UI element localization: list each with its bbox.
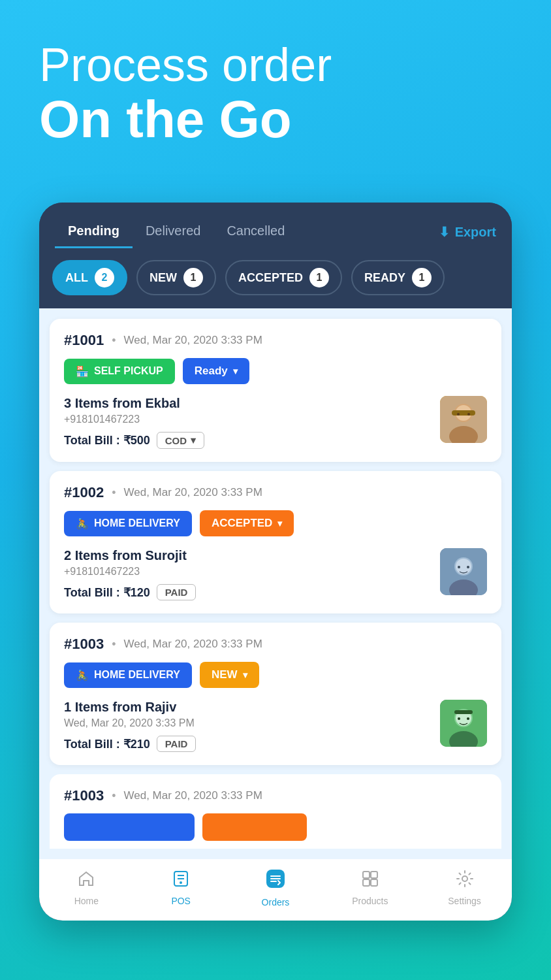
svg-rect-27	[363, 879, 370, 886]
payment-badge-1001: COD ▾	[157, 432, 204, 449]
filter-new[interactable]: NEW 1	[136, 260, 216, 295]
svg-rect-26	[371, 872, 377, 878]
self-pickup-icon: 🏪	[76, 365, 89, 378]
nav-orders[interactable]: Orders	[249, 868, 302, 907]
home-icon	[77, 870, 95, 892]
orders-list: #1001 • Wed, Mar 20, 2020 3:33 PM 🏪 SELF…	[39, 308, 512, 859]
order-card-1001: #1001 • Wed, Mar 20, 2020 3:33 PM 🏪 SELF…	[50, 319, 501, 462]
phone-mockup: Pending Delivered Cancelled ⬇ Export ALL…	[39, 203, 512, 921]
filter-all-label: ALL	[65, 271, 88, 285]
filter-ready-count: 1	[412, 268, 432, 287]
svg-rect-19	[454, 710, 473, 714]
order-id-1003: #1003	[64, 636, 104, 653]
settings-icon	[456, 870, 474, 892]
nav-orders-label: Orders	[262, 897, 290, 907]
order-body-1003: 1 Items from Rajiv Wed, Mar 20, 2020 3:3…	[64, 700, 487, 752]
nav-home[interactable]: Home	[60, 870, 112, 906]
status-badge-1003[interactable]: NEW ▾	[200, 662, 259, 688]
filter-row: ALL 2 NEW 1 ACCEPTED 1 READY 1	[39, 248, 512, 308]
svg-point-5	[457, 413, 460, 416]
svg-rect-25	[363, 872, 370, 878]
status-badge-1001[interactable]: Ready ▾	[183, 358, 249, 384]
chevron-down-icon: ▾	[277, 518, 282, 529]
chevron-down-icon: ▾	[191, 434, 196, 446]
svg-point-12	[467, 566, 469, 568]
status-badge-1002[interactable]: ACCEPTED ▾	[200, 510, 294, 536]
filter-accepted-count: 1	[309, 268, 329, 287]
order-header-1001: #1001 • Wed, Mar 20, 2020 3:33 PM	[64, 332, 487, 349]
order-info-1002: 2 Items from Surojit +918101467223 Total…	[64, 548, 440, 600]
order-bill-1003: Total Bill : ₹210 PAID	[64, 736, 440, 752]
nav-products[interactable]: Products	[344, 870, 396, 906]
partial-delivery-badge	[64, 813, 195, 841]
tab-cancelled[interactable]: Cancelled	[213, 216, 298, 248]
order-customer-1002: 2 Items from Surojit	[64, 548, 440, 563]
order-time-1002: Wed, Mar 20, 2020 3:33 PM	[124, 486, 262, 499]
filter-accepted[interactable]: ACCEPTED 1	[225, 260, 342, 295]
filter-all[interactable]: ALL 2	[52, 260, 127, 295]
svg-point-6	[467, 413, 470, 416]
partial-status-badge	[202, 813, 307, 841]
avatar-1001	[440, 396, 487, 443]
home-delivery-icon-2: 🚴	[76, 669, 89, 681]
hero-line2: On the Go	[39, 91, 332, 148]
svg-rect-4	[452, 410, 475, 416]
delivery-type-label-1001: SELF PICKUP	[94, 365, 163, 377]
order-time-1003b: Wed, Mar 20, 2020 3:33 PM	[124, 789, 262, 802]
order-phone-1001: +918101467223	[64, 414, 440, 425]
pos-icon	[172, 870, 190, 892]
export-label: Export	[455, 225, 496, 240]
order-badges-1003: 🚴 HOME DELIVERY NEW ▾	[64, 662, 487, 688]
order-header-1003b: #1003 • Wed, Mar 20, 2020 3:33 PM	[64, 787, 487, 804]
order-header-1003: #1003 • Wed, Mar 20, 2020 3:33 PM	[64, 636, 487, 653]
tabs-row: Pending Delivered Cancelled ⬇ Export	[39, 203, 512, 248]
tab-delivered[interactable]: Delivered	[133, 216, 213, 248]
filter-all-count: 2	[95, 268, 114, 287]
order-phone-1002: +918101467223	[64, 566, 440, 578]
nav-pos[interactable]: POS	[155, 870, 207, 906]
order-bill-1001: Total Bill : ₹500 COD ▾	[64, 432, 440, 449]
svg-point-18	[467, 717, 469, 720]
delivery-type-1001: 🏪 SELF PICKUP	[64, 359, 175, 384]
chevron-down-icon: ▾	[233, 366, 238, 376]
bottom-nav: Home POS Orders	[39, 859, 512, 921]
filter-new-count: 1	[183, 268, 203, 287]
svg-rect-28	[371, 879, 377, 886]
delivery-type-1003: 🚴 HOME DELIVERY	[64, 662, 192, 688]
status-label-1002: ACCEPTED	[212, 517, 273, 530]
order-customer-1001: 3 Items from Ekbal	[64, 396, 440, 411]
filter-accepted-label: ACCEPTED	[238, 271, 303, 285]
order-info-1003: 1 Items from Rajiv Wed, Mar 20, 2020 3:3…	[64, 700, 440, 752]
order-id-1003b: #1003	[64, 787, 104, 804]
export-button[interactable]: ⬇ Export	[439, 219, 496, 245]
status-label-1003: NEW	[212, 668, 238, 681]
nav-settings-label: Settings	[448, 896, 481, 906]
order-id-1001: #1001	[64, 332, 104, 349]
svg-point-11	[458, 566, 460, 568]
chevron-down-icon: ▾	[243, 670, 247, 680]
filter-ready[interactable]: READY 1	[351, 260, 445, 295]
payment-badge-1003: PAID	[157, 736, 197, 752]
export-icon: ⬇	[439, 224, 450, 240]
avatar-1002	[440, 548, 487, 595]
order-card-1002: #1002 • Wed, Mar 20, 2020 3:33 PM 🚴 HOME…	[50, 471, 501, 613]
hero-line1: Process order	[39, 39, 332, 91]
svg-point-17	[458, 717, 460, 720]
order-customer-1003: 1 Items from Rajiv	[64, 700, 440, 715]
order-body-1001: 3 Items from Ekbal +918101467223 Total B…	[64, 396, 487, 449]
nav-settings[interactable]: Settings	[439, 870, 491, 906]
filter-new-label: NEW	[150, 271, 177, 285]
delivery-type-1002: 🚴 HOME DELIVERY	[64, 511, 192, 536]
products-icon	[361, 870, 379, 892]
home-delivery-icon: 🚴	[76, 517, 89, 530]
avatar-1003	[440, 700, 487, 747]
svg-point-23	[180, 881, 182, 884]
order-info-1001: 3 Items from Ekbal +918101467223 Total B…	[64, 396, 440, 449]
order-badges-1002: 🚴 HOME DELIVERY ACCEPTED ▾	[64, 510, 487, 536]
nav-home-label: Home	[74, 896, 99, 906]
order-header-1002: #1002 • Wed, Mar 20, 2020 3:33 PM	[64, 484, 487, 501]
filter-ready-label: READY	[364, 271, 405, 285]
delivery-type-label-1002: HOME DELIVERY	[94, 517, 180, 529]
svg-point-29	[462, 876, 467, 881]
tab-pending[interactable]: Pending	[55, 216, 133, 248]
